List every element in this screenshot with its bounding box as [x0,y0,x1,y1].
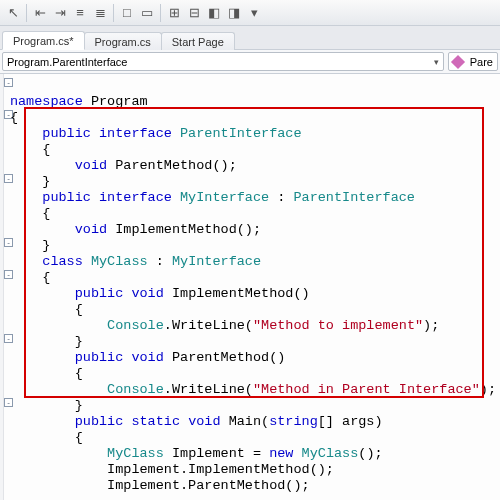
indent-block-icon[interactable]: ≣ [91,4,109,22]
file-tabs: Program.cs*Program.csStart Page [0,26,500,50]
chevron-down-icon: ▾ [434,57,439,67]
member-selector-label: Pare [470,56,493,68]
bookmark-icon[interactable]: ◧ [205,4,223,22]
expand-icon[interactable]: ⊞ [165,4,183,22]
uncomment-icon[interactable]: ▭ [138,4,156,22]
nav-bar: Program.ParentInterface ▾ Pare [0,50,500,74]
outdent-icon[interactable]: ⇤ [31,4,49,22]
indent-icon[interactable]: ⇥ [51,4,69,22]
separator [160,4,161,22]
file-tab[interactable]: Start Page [161,32,235,50]
separator [113,4,114,22]
member-icon [451,54,465,68]
separator [26,4,27,22]
collapse-icon[interactable]: ⊟ [185,4,203,22]
file-tab[interactable]: Program.cs [84,32,162,50]
code-area[interactable]: namespace Program { public interface Par… [4,74,500,500]
dedent-block-icon[interactable]: ≡ [71,4,89,22]
file-tab[interactable]: Program.cs* [2,31,85,50]
more-icon[interactable]: ▾ [245,4,263,22]
toolbar: ↖⇤⇥≡≣□▭⊞⊟◧◨▾ [0,0,500,26]
type-selector-label: Program.ParentInterface [7,56,127,68]
type-selector[interactable]: Program.ParentInterface ▾ [2,52,444,71]
next-bookmark-icon[interactable]: ◨ [225,4,243,22]
editor: - - - - - - - namespace Program { public… [0,74,500,500]
cursor-icon[interactable]: ↖ [4,4,22,22]
comment-icon[interactable]: □ [118,4,136,22]
member-selector[interactable]: Pare [448,52,498,71]
